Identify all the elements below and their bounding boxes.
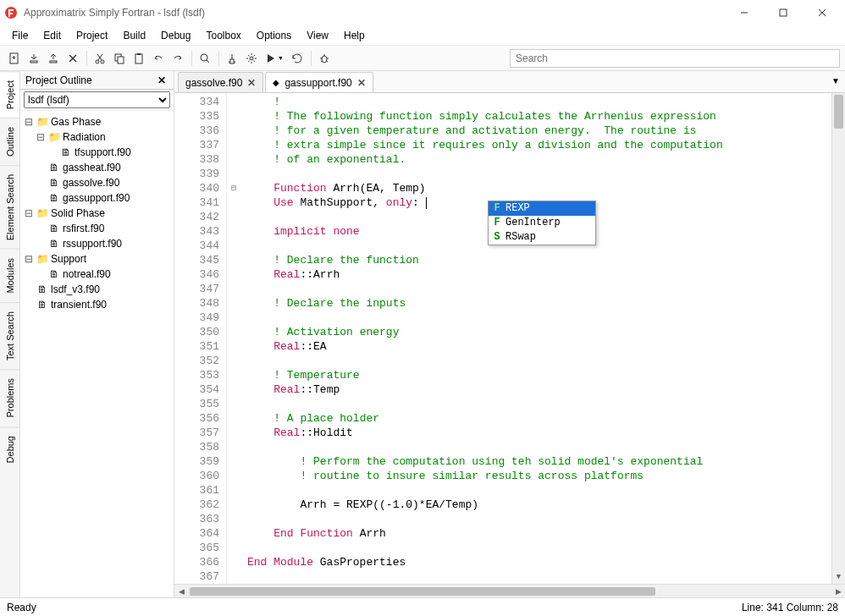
tree-file-notreal[interactable]: 🗎notreal.f90: [24, 267, 170, 282]
tree-folder-support[interactable]: ⊟📁Support: [24, 251, 170, 267]
project-tree: ⊟📁Gas Phase ⊟📁Radiation 🗎tfsupport.f90 🗎…: [20, 111, 174, 597]
run-button[interactable]: ▼: [262, 49, 287, 68]
tree-file-rssupport[interactable]: 🗎rssupport.f90: [24, 236, 170, 251]
undo-button[interactable]: [149, 49, 168, 68]
search-input[interactable]: [510, 49, 840, 68]
vtab-text-search[interactable]: Text Search: [0, 302, 19, 369]
code-editor[interactable]: 334 335 336 337 338 339 340 341 342 343 …: [174, 93, 845, 584]
menu-edit[interactable]: Edit: [36, 27, 68, 44]
panel-title: Project Outline: [25, 74, 155, 86]
scrollbar-thumb[interactable]: [834, 95, 843, 129]
cut-button[interactable]: [91, 49, 109, 68]
close-button[interactable]: [803, 0, 842, 25]
svg-rect-2: [780, 9, 787, 16]
autocomplete-item[interactable]: FREXP: [489, 201, 595, 216]
scrollbar-thumb[interactable]: [190, 587, 655, 596]
folder-icon: 📁: [48, 131, 60, 143]
gutter: 334 335 336 337 338 339 340 341 342 343 …: [174, 93, 227, 584]
tree-folder-solid-phase[interactable]: ⊟📁Solid Phase: [24, 206, 170, 221]
titlebar: Approximatrix Simply Fortran - lsdf (lsd…: [0, 0, 845, 25]
minimize-button[interactable]: [725, 0, 764, 25]
tree-file-rsfirst[interactable]: 🗎rsfirst.f90: [24, 221, 170, 236]
vtab-element-search[interactable]: Element Search: [0, 165, 19, 249]
vtab-debug[interactable]: Debug: [0, 426, 19, 471]
menu-debug[interactable]: Debug: [154, 27, 197, 44]
tree-file-gassupport[interactable]: 🗎gassupport.f90: [24, 190, 170, 206]
horizontal-scrollbar[interactable]: ◀ ▶: [174, 584, 845, 597]
redo-button[interactable]: [168, 49, 187, 68]
menu-options[interactable]: Options: [250, 27, 298, 44]
autocomplete-item[interactable]: SRSwap: [489, 230, 595, 245]
file-icon: 🗎: [36, 283, 48, 295]
svg-rect-9: [50, 61, 57, 63]
tree-file-gassolve[interactable]: 🗎gassolve.f90: [24, 175, 170, 190]
panel-close-button[interactable]: ✕: [155, 74, 168, 87]
code-area[interactable]: ! ! The following function simply calcul…: [240, 93, 831, 584]
svg-point-27: [322, 56, 327, 63]
svg-point-20: [201, 54, 207, 61]
clean-button[interactable]: [223, 49, 241, 68]
status-position: Line: 341 Column: 28: [742, 602, 838, 613]
editor-area: gassolve.f90✕ ◆gassupport.f90✕ ▼ 334 335…: [174, 71, 845, 597]
vertical-scrollbar[interactable]: ▲ ▼: [831, 93, 845, 584]
tab-overflow-button[interactable]: ▼: [831, 76, 840, 85]
file-icon: 🗎: [48, 268, 60, 280]
app-icon: [3, 5, 19, 20]
tree-label: Radiation: [63, 131, 106, 143]
open-file-button[interactable]: [25, 49, 43, 68]
file-icon: 🗎: [48, 238, 60, 250]
svg-rect-22: [230, 59, 234, 63]
menu-help[interactable]: Help: [337, 27, 372, 44]
statusbar: Ready Line: 341 Column: 28: [0, 597, 845, 616]
autocomplete-item[interactable]: FGenInterp: [489, 216, 595, 230]
copy-button[interactable]: [110, 49, 129, 68]
tree-file-gassheat[interactable]: 🗎gassheat.f90: [24, 160, 170, 175]
tab-gassolve[interactable]: gassolve.f90✕: [178, 72, 263, 92]
close-icon[interactable]: ✕: [357, 77, 366, 89]
maximize-button[interactable]: [764, 0, 803, 25]
vtab-problems[interactable]: Problems: [0, 369, 19, 426]
tab-gassupport[interactable]: ◆gassupport.f90✕: [265, 72, 373, 92]
menu-toolbox[interactable]: Toolbox: [199, 27, 247, 44]
find-button[interactable]: [196, 49, 214, 68]
file-icon: 🗎: [60, 146, 72, 158]
scrollbar-track[interactable]: [188, 586, 831, 597]
svg-rect-19: [137, 53, 141, 55]
paste-button[interactable]: [130, 49, 148, 68]
toolbar: ▼: [0, 46, 845, 71]
scroll-left-arrow-icon[interactable]: ◀: [174, 587, 188, 596]
tree-folder-gas-phase[interactable]: ⊟📁Gas Phase: [24, 114, 170, 129]
save-button[interactable]: [44, 49, 63, 68]
modified-dot-icon: ◆: [273, 78, 279, 87]
vtab-modules[interactable]: Modules: [0, 249, 19, 302]
build-settings-button[interactable]: [242, 49, 261, 68]
close-file-button[interactable]: [64, 49, 82, 68]
toolbar-separator: [311, 51, 312, 66]
vtab-outline[interactable]: Outline: [0, 118, 19, 165]
tree-folder-radiation[interactable]: ⊟📁Radiation: [24, 129, 170, 145]
menu-file[interactable]: File: [5, 27, 35, 44]
vtab-label: Element Search: [5, 174, 15, 240]
new-file-button[interactable]: [5, 49, 24, 68]
vtab-project[interactable]: Project: [0, 71, 19, 118]
autocomplete-kind: F: [492, 201, 502, 216]
debug-button[interactable]: [315, 49, 334, 68]
tree-file-lsdfv3[interactable]: 🗎lsdf_v3.f90: [24, 282, 170, 297]
scroll-down-arrow-icon[interactable]: ▼: [832, 570, 845, 584]
menubar: File Edit Project Build Debug Toolbox Op…: [0, 25, 845, 46]
scroll-right-arrow-icon[interactable]: ▶: [831, 587, 845, 596]
menu-build[interactable]: Build: [116, 27, 152, 44]
tree-file-tfsupport[interactable]: 🗎tfsupport.f90: [24, 145, 170, 160]
fold-column: ⊟: [227, 93, 240, 584]
close-icon[interactable]: ✕: [247, 77, 256, 89]
menu-view[interactable]: View: [300, 27, 335, 44]
tree-label: Gas Phase: [51, 116, 101, 128]
stop-reload-button[interactable]: [288, 49, 307, 68]
tree-label: tfsupport.f90: [75, 146, 131, 158]
project-select[interactable]: lsdf (lsdf): [24, 91, 170, 108]
tree-file-transient[interactable]: 🗎transient.f90: [24, 297, 170, 312]
menu-project[interactable]: Project: [69, 27, 114, 44]
toolbar-separator: [86, 51, 87, 66]
tree-label: Solid Phase: [51, 207, 105, 219]
svg-line-15: [97, 54, 102, 60]
